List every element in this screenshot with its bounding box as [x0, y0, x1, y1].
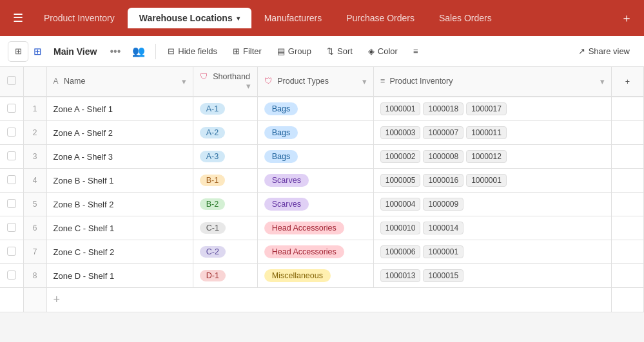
- cell-shorthand[interactable]: B-1: [193, 169, 257, 193]
- sidebar-toggle-button[interactable]: ⊞: [8, 41, 28, 62]
- cell-product-type[interactable]: Scarves: [257, 193, 373, 216]
- inventory-chip[interactable]: 1000004: [380, 198, 421, 211]
- column-header-shorthand[interactable]: 🛡 Shorthand ▾: [193, 67, 257, 97]
- row-checkbox[interactable]: [0, 264, 23, 288]
- cell-name[interactable]: Zone B - Shelf 1: [46, 169, 193, 193]
- sort-arrow-inventory-icon[interactable]: ▾: [600, 77, 605, 86]
- row-checkbox[interactable]: [0, 145, 23, 169]
- cell-name[interactable]: Zone A - Shelf 2: [46, 121, 193, 145]
- inventory-chip[interactable]: 1000006: [380, 245, 421, 258]
- inventory-chip[interactable]: 1000007: [423, 126, 463, 139]
- row-checkbox[interactable]: [0, 97, 23, 121]
- select-all-checkbox[interactable]: [0, 67, 23, 97]
- color-button[interactable]: ◈ Color: [362, 43, 404, 59]
- cell-inventory[interactable]: 100000110000181000017: [373, 97, 611, 121]
- checkbox-icon[interactable]: [7, 76, 16, 85]
- checkbox-icon[interactable]: [7, 199, 16, 208]
- inventory-chip[interactable]: 1000001: [380, 102, 421, 115]
- inventory-chip[interactable]: 1000005: [380, 174, 421, 187]
- filter-button[interactable]: ⊞ Filter: [226, 43, 268, 59]
- cell-inventory[interactable]: 100000310000071000011: [373, 121, 611, 145]
- cell-name[interactable]: Zone A - Shelf 3: [46, 145, 193, 169]
- cell-name[interactable]: Zone A - Shelf 1: [46, 97, 193, 121]
- add-row-button[interactable]: +: [0, 288, 644, 312]
- cell-product-type[interactable]: Head Accessories: [257, 240, 373, 264]
- sort-arrow-shorthand-icon[interactable]: ▾: [246, 81, 251, 91]
- add-row-label[interactable]: +: [46, 288, 612, 312]
- cell-shorthand[interactable]: A-2: [193, 121, 257, 145]
- group-button[interactable]: ▤ Group: [271, 43, 318, 59]
- hide-fields-button[interactable]: ⊟ Hide fields: [161, 43, 224, 59]
- inventory-chip[interactable]: 1000003: [380, 126, 421, 139]
- checkbox-icon[interactable]: [7, 175, 16, 184]
- inventory-chip[interactable]: 1000012: [466, 150, 507, 163]
- inventory-chip[interactable]: 1000018: [423, 102, 463, 115]
- hamburger-menu[interactable]: ☰: [5, 6, 31, 30]
- column-header-product-inventory[interactable]: ≡ Product Inventory ▾: [373, 67, 611, 97]
- inventory-chip[interactable]: 1000014: [423, 222, 463, 234]
- sort-button[interactable]: ⇅ Sort: [320, 43, 359, 59]
- column-header-name[interactable]: A Name ▾: [46, 67, 193, 97]
- inventory-chip[interactable]: 1000001: [466, 174, 507, 187]
- tab-purchase-orders-label: Purchase Orders: [346, 13, 415, 23]
- row-height-button[interactable]: ≡: [407, 43, 425, 59]
- inventory-chip[interactable]: 1000017: [466, 102, 507, 115]
- cell-inventory[interactable]: 100000210000081000012: [373, 145, 611, 169]
- row-checkbox[interactable]: [0, 169, 23, 193]
- row-checkbox[interactable]: [0, 193, 23, 216]
- tab-warehouse-locations[interactable]: Warehouse Locations ▾: [128, 8, 251, 28]
- cell-inventory[interactable]: 10000061000001: [373, 240, 611, 264]
- cell-product-type[interactable]: Miscellaneous: [257, 264, 373, 288]
- inventory-chip[interactable]: 1000009: [423, 198, 463, 211]
- cell-product-type[interactable]: Head Accessories: [257, 216, 373, 240]
- cell-shorthand[interactable]: A-1: [193, 97, 257, 121]
- cell-product-type[interactable]: Bags: [257, 121, 373, 145]
- cell-inventory[interactable]: 10000041000009: [373, 193, 611, 216]
- cell-shorthand[interactable]: A-3: [193, 145, 257, 169]
- add-column-button[interactable]: +: [612, 67, 644, 97]
- cell-product-type[interactable]: Bags: [257, 97, 373, 121]
- inventory-chip[interactable]: 1000002: [380, 150, 421, 163]
- inventory-chip[interactable]: 1000016: [423, 174, 463, 187]
- cell-inventory[interactable]: 100000510000161000001: [373, 169, 611, 193]
- row-checkbox[interactable]: [0, 240, 23, 264]
- checkbox-icon[interactable]: [7, 223, 16, 232]
- inventory-chip[interactable]: 1000011: [466, 126, 507, 139]
- inventory-chip[interactable]: 1000001: [423, 245, 463, 258]
- cell-product-type[interactable]: Bags: [257, 145, 373, 169]
- inventory-chip[interactable]: 1000015: [423, 269, 463, 282]
- checkbox-icon[interactable]: [7, 104, 16, 113]
- cell-name[interactable]: Zone C - Shelf 2: [46, 240, 193, 264]
- sort-arrow-icon[interactable]: ▾: [182, 77, 186, 86]
- cell-inventory[interactable]: 10000131000015: [373, 264, 611, 288]
- add-tab-button[interactable]: ＋: [614, 6, 639, 30]
- tab-purchase-orders[interactable]: Purchase Orders: [335, 8, 426, 28]
- cell-shorthand[interactable]: B-2: [193, 193, 257, 216]
- tab-manufacturers[interactable]: Manufacturers: [253, 8, 333, 28]
- tab-sales-orders[interactable]: Sales Orders: [427, 8, 503, 28]
- row-checkbox[interactable]: [0, 121, 23, 145]
- inventory-chip[interactable]: 1000013: [380, 269, 421, 282]
- checkbox-icon[interactable]: [7, 151, 16, 160]
- cell-shorthand[interactable]: C-2: [193, 240, 257, 264]
- checkbox-icon[interactable]: [7, 128, 16, 137]
- column-header-product-types[interactable]: 🛡 Product Types ▾: [257, 67, 373, 97]
- more-views-button[interactable]: •••: [106, 43, 124, 60]
- cell-shorthand[interactable]: C-1: [193, 216, 257, 240]
- cell-shorthand[interactable]: D-1: [193, 264, 257, 288]
- cell-name[interactable]: Zone C - Shelf 1: [46, 216, 193, 240]
- sort-arrow-types-icon[interactable]: ▾: [362, 77, 367, 86]
- row-checkbox[interactable]: [0, 216, 23, 240]
- inventory-chip[interactable]: 1000010: [380, 222, 421, 234]
- cell-inventory[interactable]: 10000101000014: [373, 216, 611, 240]
- collaborators-icon[interactable]: 👥: [127, 43, 150, 60]
- checkbox-icon[interactable]: [7, 247, 16, 256]
- shield-icon: 🛡: [200, 72, 208, 81]
- cell-name[interactable]: Zone D - Shelf 1: [46, 264, 193, 288]
- tab-product-inventory[interactable]: Product Inventory: [32, 8, 126, 28]
- cell-name[interactable]: Zone B - Shelf 2: [46, 193, 193, 216]
- checkbox-icon[interactable]: [7, 271, 16, 280]
- inventory-chip[interactable]: 1000008: [423, 150, 463, 163]
- cell-product-type[interactable]: Scarves: [257, 169, 373, 193]
- share-view-button[interactable]: ↗ Share view: [572, 43, 636, 59]
